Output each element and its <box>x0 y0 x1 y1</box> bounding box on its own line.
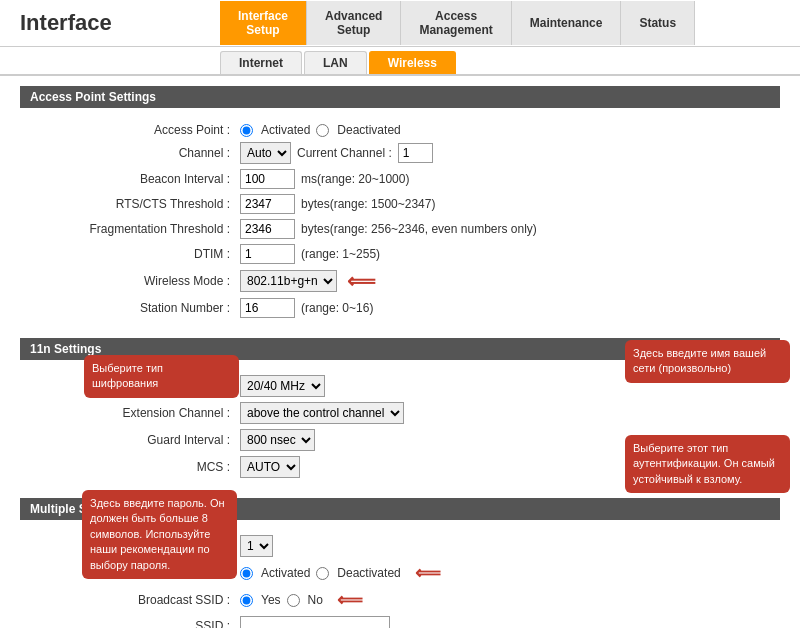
broadcast-no-label: No <box>308 593 323 607</box>
ext-channel-value: above the control channel <box>240 402 404 424</box>
broadcast-yes-label: Yes <box>261 593 281 607</box>
frag-row: Fragmentation Threshold : bytes(range: 2… <box>40 219 760 239</box>
station-number-row: Station Number : (range: 0~16) <box>40 298 760 318</box>
current-channel-input[interactable] <box>398 143 433 163</box>
tooltip-encryption: Выберите тип шифрования <box>84 355 239 398</box>
guard-interval-select[interactable]: 800 nsec <box>240 429 315 451</box>
broadcast-ssid-row: Broadcast SSID : Yes No ⟸ <box>40 589 760 611</box>
ssid-field-value <box>240 616 390 628</box>
perssid-activated-radio[interactable] <box>240 567 253 580</box>
access-point-label: Access Point : <box>40 123 240 137</box>
wireless-mode-value: 802.11b+g+n ⟸ <box>240 269 376 293</box>
channel-label: Channel : <box>40 146 240 160</box>
perssid-arrow: ⟸ <box>415 562 441 584</box>
rts-value: bytes(range: 1500~2347) <box>240 194 435 214</box>
broadcast-arrow: ⟸ <box>337 589 363 611</box>
tab-interface-setup[interactable]: InterfaceSetup <box>220 1 307 45</box>
station-number-input[interactable] <box>240 298 295 318</box>
tooltip-auth-type: Выберите этот тип аутентификации. Он сам… <box>625 435 790 493</box>
ap-deactivated-label: Deactivated <box>337 123 400 137</box>
tooltip-ssid-name: Здесь введите имя вашей сети (произвольн… <box>625 340 790 383</box>
ssid-input[interactable] <box>240 616 390 628</box>
ssid-row: SSID : <box>40 616 760 628</box>
frag-hint: bytes(range: 256~2346, even numbers only… <box>301 222 537 236</box>
tab-access-management[interactable]: Access Management <box>401 1 511 45</box>
broadcast-yes-radio[interactable] <box>240 594 253 607</box>
broadcast-no-radio[interactable] <box>287 594 300 607</box>
mcs-label: MCS : <box>40 460 240 474</box>
frag-input[interactable] <box>240 219 295 239</box>
ext-channel-row: Extension Channel : above the control ch… <box>40 402 760 424</box>
ext-channel-label: Extension Channel : <box>40 406 240 420</box>
access-point-section-header: Access Point Settings <box>20 86 780 108</box>
guard-interval-value: 800 nsec <box>240 429 315 451</box>
nav-tabs: InterfaceSetup Advanced Setup Access Man… <box>220 1 800 45</box>
ap-deactivated-radio[interactable] <box>316 124 329 137</box>
guard-interval-label: Guard Interval : <box>40 433 240 447</box>
wireless-mode-label: Wireless Mode : <box>40 274 240 288</box>
tab-status[interactable]: Status <box>621 1 695 45</box>
header: Interface InterfaceSetup Advanced Setup … <box>0 0 800 47</box>
ext-channel-select[interactable]: above the control channel <box>240 402 404 424</box>
channel-bw-select[interactable]: 20/40 MHz <box>240 375 325 397</box>
access-point-section-body: Access Point : Activated Deactivated Cha… <box>20 118 780 338</box>
ssid-field-label: SSID : <box>40 619 240 628</box>
wireless-mode-select[interactable]: 802.11b+g+n <box>240 270 337 292</box>
beacon-hint: ms(range: 20~1000) <box>301 172 409 186</box>
mcs-value: AUTO <box>240 456 300 478</box>
beacon-interval-value: ms(range: 20~1000) <box>240 169 409 189</box>
channel-row: Channel : Auto Current Channel : <box>40 142 760 164</box>
subtab-lan[interactable]: LAN <box>304 51 367 74</box>
ssid-index-select[interactable]: 1 <box>240 535 273 557</box>
current-channel-label: Current Channel : <box>297 146 392 160</box>
tooltip-password: Здесь введите пароль. Он должен быть бол… <box>82 490 237 579</box>
broadcast-ssid-value: Yes No ⟸ <box>240 589 363 611</box>
wireless-mode-arrow: ⟸ <box>347 269 376 293</box>
ap-activated-radio[interactable] <box>240 124 253 137</box>
broadcast-ssid-label: Broadcast SSID : <box>40 593 240 607</box>
sub-tabs: Internet LAN Wireless <box>0 47 800 76</box>
subtab-internet[interactable]: Internet <box>220 51 302 74</box>
ssid-index-value: 1 <box>240 535 273 557</box>
channel-select[interactable]: Auto <box>240 142 291 164</box>
station-number-value: (range: 0~16) <box>240 298 373 318</box>
beacon-interval-input[interactable] <box>240 169 295 189</box>
dtim-value: (range: 1~255) <box>240 244 380 264</box>
tab-advanced-setup[interactable]: Advanced Setup <box>307 1 401 45</box>
perssid-deactivated-radio[interactable] <box>316 567 329 580</box>
subtab-wireless[interactable]: Wireless <box>369 51 456 74</box>
beacon-interval-label: Beacon Interval : <box>40 172 240 186</box>
channel-bw-value: 20/40 MHz <box>240 375 325 397</box>
access-point-row: Access Point : Activated Deactivated <box>40 123 760 137</box>
rts-input[interactable] <box>240 194 295 214</box>
frag-value: bytes(range: 256~2346, even numbers only… <box>240 219 537 239</box>
dtim-label: DTIM : <box>40 247 240 261</box>
rts-hint: bytes(range: 1500~2347) <box>301 197 435 211</box>
ap-activated-label: Activated <box>261 123 310 137</box>
frag-label: Fragmentation Threshold : <box>40 222 240 236</box>
perssid-deactivated-label: Deactivated <box>337 566 400 580</box>
access-point-value: Activated Deactivated <box>240 123 401 137</box>
dtim-input[interactable] <box>240 244 295 264</box>
perssid-activated-label: Activated <box>261 566 310 580</box>
tab-maintenance[interactable]: Maintenance <box>512 1 622 45</box>
rts-label: RTS/CTS Threshold : <box>40 197 240 211</box>
logo: Interface <box>0 0 220 46</box>
station-hint: (range: 0~16) <box>301 301 373 315</box>
dtim-row: DTIM : (range: 1~255) <box>40 244 760 264</box>
mcs-select[interactable]: AUTO <box>240 456 300 478</box>
channel-value: Auto Current Channel : <box>240 142 433 164</box>
dtim-hint: (range: 1~255) <box>301 247 380 261</box>
rts-row: RTS/CTS Threshold : bytes(range: 1500~23… <box>40 194 760 214</box>
perssid-switch-value: Activated Deactivated ⟸ <box>240 562 441 584</box>
wireless-mode-row: Wireless Mode : 802.11b+g+n ⟸ <box>40 269 760 293</box>
station-number-label: Station Number : <box>40 301 240 315</box>
beacon-interval-row: Beacon Interval : ms(range: 20~1000) <box>40 169 760 189</box>
